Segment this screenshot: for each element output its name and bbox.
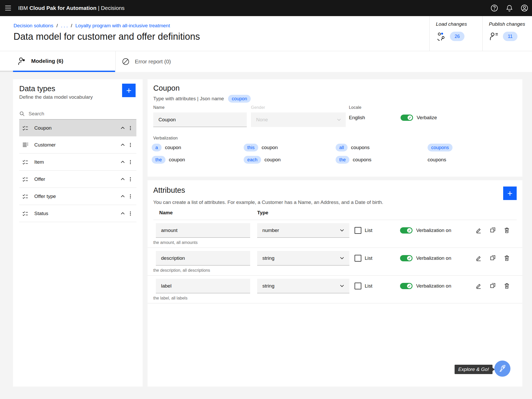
breadcrumb-link-decision-solutions[interactable]: Decision solutions	[14, 23, 53, 29]
breadcrumb-link-loyalty-program[interactable]: Loyalty program with all-inclusive treat…	[75, 23, 170, 29]
notifications-bell-icon[interactable]	[502, 0, 517, 16]
data-type-row[interactable]: Offer	[19, 171, 136, 188]
prohibition-icon	[121, 57, 130, 66]
duplicate-copy-icon[interactable]	[489, 227, 496, 234]
tab-error-report[interactable]: Error report (0)	[115, 51, 223, 72]
verbalization-chip[interactable]: all	[336, 144, 348, 151]
chevron-up-icon[interactable]	[119, 175, 127, 183]
chevron-down-icon	[336, 117, 342, 122]
type-name-input[interactable]	[158, 117, 242, 123]
chevron-up-icon[interactable]	[119, 158, 127, 166]
delete-trash-icon[interactable]	[503, 255, 510, 261]
attribute-type-select[interactable]: number	[257, 223, 349, 238]
verbalization-cell: the coupons	[336, 156, 428, 164]
edit-pencil-icon[interactable]	[475, 227, 482, 234]
verbalization-toggle[interactable]: ✓	[400, 255, 413, 261]
delete-trash-icon[interactable]	[503, 282, 510, 289]
users-sync-icon	[436, 31, 446, 42]
explore-and-go-button[interactable]	[494, 361, 510, 377]
attribute-name-field	[156, 251, 250, 265]
verbalization-chip[interactable]: the	[152, 156, 165, 164]
search-input[interactable]	[29, 111, 136, 117]
attribute-type-select[interactable]: string	[257, 279, 349, 293]
delete-trash-icon[interactable]	[503, 227, 510, 234]
user-list-icon	[489, 31, 499, 42]
chevron-up-icon[interactable]	[119, 210, 127, 217]
json-name-chip[interactable]: coupon	[228, 95, 251, 103]
type-subtitle: Type with attributes | Json name	[153, 96, 224, 102]
verbalization-cell: coupons	[428, 144, 520, 151]
data-type-label: Customer	[34, 142, 119, 148]
attribute-name-input[interactable]	[161, 228, 245, 233]
verbalize-toggle[interactable]: ✓	[401, 115, 413, 121]
load-changes-panel[interactable]: Load changes 26	[429, 16, 482, 51]
duplicate-copy-icon[interactable]	[489, 282, 496, 289]
verbalization-text: coupon	[165, 145, 181, 150]
locale-field-label: Locale	[349, 105, 437, 110]
data-type-row[interactable]: Customer	[19, 136, 136, 154]
list-checkbox[interactable]	[355, 255, 361, 262]
data-type-row[interactable]: Offer type	[19, 188, 136, 205]
overflow-kebab-icon[interactable]	[127, 141, 134, 149]
attribute-row: string List ✓ Verbalization on	[148, 248, 522, 276]
verbalization-chip[interactable]: the	[336, 156, 349, 164]
overflow-kebab-icon[interactable]	[127, 192, 134, 200]
help-icon[interactable]	[487, 0, 502, 16]
data-type-row[interactable]: Status	[19, 205, 136, 222]
explore-tooltip: Explore & Go!	[455, 365, 493, 374]
duplicate-copy-icon[interactable]	[489, 255, 496, 261]
add-data-type-button[interactable]: +	[122, 84, 136, 97]
data-types-search	[19, 108, 136, 119]
tab-modeling[interactable]: Modeling (6)	[13, 51, 115, 72]
chevron-down-icon	[339, 228, 345, 233]
verbalization-toggle[interactable]: ✓	[400, 227, 413, 234]
overflow-kebab-icon[interactable]	[127, 175, 134, 183]
edit-pencil-icon[interactable]	[475, 255, 482, 261]
publish-changes-panel[interactable]: Publish changes 11	[482, 16, 532, 51]
data-type-row[interactable]: Coupon	[19, 119, 136, 136]
verbalization-toggle[interactable]: ✓	[400, 283, 413, 289]
breadcrumb-link-ellipsis[interactable]: . . .	[61, 23, 68, 29]
data-types-subtitle: Define the data model vocabulary	[19, 94, 93, 100]
breadcrumb: Decision solutions / . . . / Loyalty pro…	[14, 23, 170, 29]
attribute-type-select[interactable]: string	[257, 251, 349, 265]
chevron-up-icon[interactable]	[119, 124, 127, 132]
page-title: Data model for customer and offer defini…	[14, 31, 200, 42]
account-avatar-icon[interactable]	[517, 0, 532, 16]
overflow-kebab-icon[interactable]	[127, 124, 134, 132]
verbalization-grid: a coupon this coupon all coupons coupons…	[152, 144, 520, 164]
gender-select[interactable]: None	[251, 112, 346, 127]
list-checkbox[interactable]	[355, 227, 361, 234]
attribute-name-input[interactable]	[161, 255, 245, 261]
verbalization-text: coupon	[264, 157, 281, 163]
list-checkbox-group[interactable]: List	[355, 255, 373, 262]
verbalization-chip[interactable]: coupons	[428, 144, 453, 151]
verbalization-text: coupons	[351, 145, 370, 150]
verbalization-chip[interactable]: each	[244, 156, 261, 164]
verbalization-chip[interactable]: this	[244, 144, 258, 151]
chevron-up-icon[interactable]	[119, 192, 127, 200]
attribute-row: number List ✓ Verbalization on	[148, 220, 522, 248]
verbalization-chip[interactable]: a	[152, 144, 162, 151]
attribute-type-value: string	[262, 283, 274, 289]
list-checkbox-label: List	[365, 255, 373, 261]
attributes-title: Attributes	[153, 186, 185, 195]
list-checkbox[interactable]	[355, 283, 361, 289]
overflow-kebab-icon[interactable]	[127, 158, 134, 166]
hamburger-menu-icon[interactable]	[0, 0, 16, 16]
verbalization-label: Verbalization	[153, 136, 178, 141]
load-changes-label: Load changes	[436, 21, 482, 27]
list-checkbox-group[interactable]: List	[355, 227, 373, 234]
overflow-kebab-icon[interactable]	[127, 210, 134, 217]
attribute-name-field	[156, 223, 250, 238]
list-checkbox-group[interactable]: List	[355, 283, 373, 289]
attribute-name-input[interactable]	[161, 283, 245, 289]
checklist-icon	[22, 193, 29, 200]
attribute-helper-text: the amount, all amounts	[153, 240, 198, 245]
edit-pencil-icon[interactable]	[475, 282, 482, 289]
chevron-up-icon[interactable]	[119, 141, 127, 149]
checklist-icon	[22, 125, 29, 131]
column-header-type: Type	[257, 210, 268, 216]
add-attribute-button[interactable]: +	[503, 187, 517, 200]
data-type-row[interactable]: Item	[19, 154, 136, 171]
